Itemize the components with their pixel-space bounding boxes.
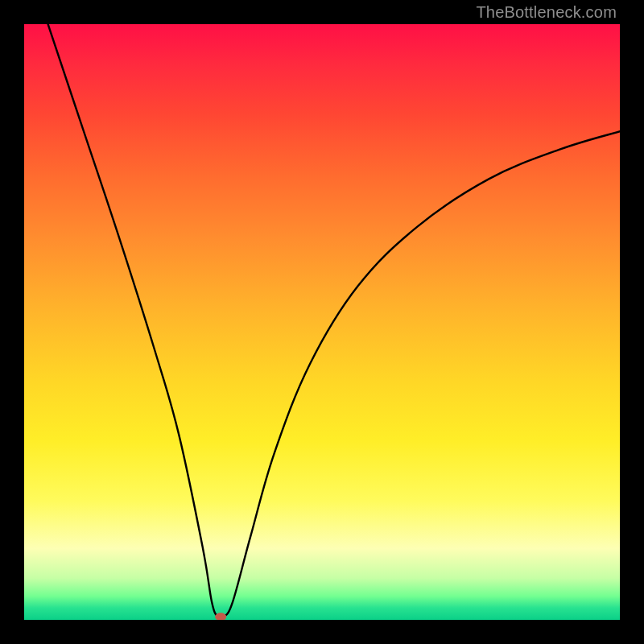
plot-area [24,24,620,620]
chart-frame: TheBottleneck.com [0,0,644,644]
optimum-marker [215,613,226,620]
bottleneck-curve [24,24,620,620]
watermark-text: TheBottleneck.com [476,3,617,22]
curve-path [48,24,620,619]
